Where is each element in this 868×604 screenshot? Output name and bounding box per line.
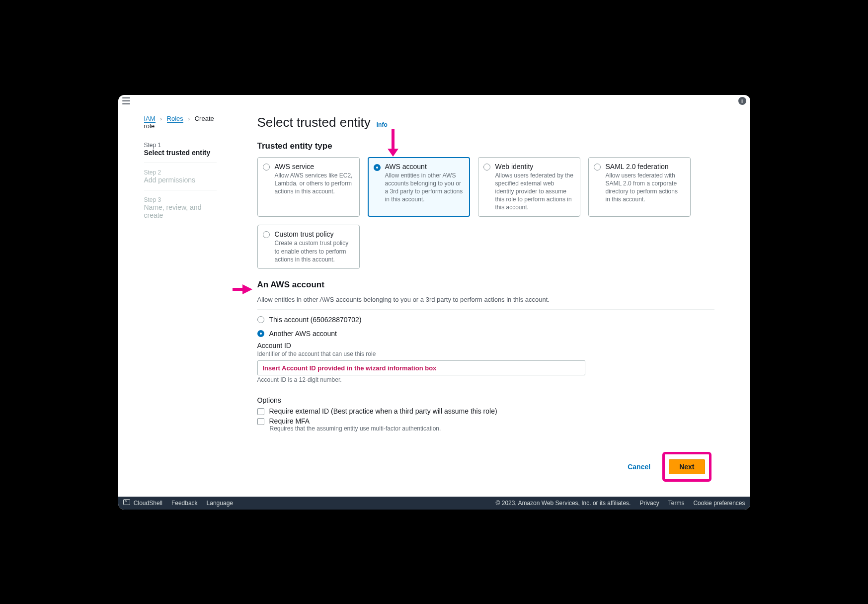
entity-card-web-identity[interactable]: Web identity Allows users federated by t… xyxy=(478,157,580,217)
radio-icon xyxy=(594,164,601,171)
card-title: Custom trust policy xyxy=(275,230,353,238)
radio-label: Another AWS account xyxy=(269,330,337,338)
radio-icon xyxy=(263,164,270,171)
step-title: Name, review, and create xyxy=(144,203,217,219)
step-number: Step 3 xyxy=(144,196,217,203)
cloudshell-label: CloudShell xyxy=(134,500,162,507)
chevron-right-icon: › xyxy=(160,116,162,122)
radio-this-account[interactable]: This account (650628870702) xyxy=(257,316,714,324)
wizard-step-2: Step 2 Add permissions xyxy=(144,169,217,190)
wizard-step-3: Step 3 Name, review, and create xyxy=(144,196,217,225)
checkbox-label: Require MFA xyxy=(269,417,310,425)
card-desc: Create a custom trust policy to enable o… xyxy=(275,239,353,263)
step-number: Step 2 xyxy=(144,169,217,176)
radio-icon xyxy=(263,231,270,238)
language-link[interactable]: Language xyxy=(207,500,233,507)
checkbox-icon xyxy=(257,418,264,425)
trusted-entity-type-heading: Trusted entity type xyxy=(257,141,714,151)
svg-marker-1 xyxy=(388,149,398,157)
feedback-link[interactable]: Feedback xyxy=(171,500,198,507)
cookie-preferences-link[interactable]: Cookie preferences xyxy=(693,500,745,507)
cloudshell-link[interactable]: CloudShell xyxy=(123,499,162,507)
card-title: AWS service xyxy=(275,163,353,171)
page-title: Select trusted entity xyxy=(257,115,371,130)
radio-another-account[interactable]: Another AWS account xyxy=(257,330,714,338)
sidebar: IAM › Roles › Create role Step 1 Select … xyxy=(118,107,233,497)
account-id-note: Account ID is a 12-digit number. xyxy=(257,376,714,383)
step-title: Select trusted entity xyxy=(144,149,217,157)
privacy-link[interactable]: Privacy xyxy=(639,500,659,507)
entity-card-saml[interactable]: SAML 2.0 federation Allow users federate… xyxy=(588,157,691,217)
checkbox-require-external-id[interactable]: Require external ID (Best practice when … xyxy=(257,407,714,415)
card-desc: Allows users federated by the specified … xyxy=(495,172,574,212)
radio-icon xyxy=(483,164,490,171)
next-button[interactable]: Next xyxy=(669,459,705,474)
divider xyxy=(257,309,714,310)
info-link[interactable]: Info xyxy=(377,121,388,128)
card-title: SAML 2.0 federation xyxy=(606,163,684,171)
footer: CloudShell Feedback Language © 2023, Ama… xyxy=(118,497,750,510)
breadcrumb-iam[interactable]: IAM xyxy=(144,115,156,123)
checkbox-require-mfa[interactable]: Require MFA xyxy=(257,417,714,425)
aws-account-desc: Allow entities in other AWS accounts bel… xyxy=(257,296,714,303)
card-title: AWS account xyxy=(385,163,464,171)
card-desc: Allow users federated with SAML 2.0 from… xyxy=(606,172,684,204)
cloudshell-icon xyxy=(123,499,130,505)
card-title: Web identity xyxy=(495,163,574,171)
radio-label: This account (650628870702) xyxy=(269,316,362,324)
card-desc: Allow AWS services like EC2, Lambda, or … xyxy=(275,172,353,196)
annotation-arrow-right-icon xyxy=(233,282,252,297)
cancel-button[interactable]: Cancel xyxy=(623,452,655,482)
card-desc: Allow entities in other AWS accounts bel… xyxy=(385,172,464,204)
menu-icon[interactable] xyxy=(122,97,130,104)
info-icon[interactable]: i xyxy=(738,97,746,105)
breadcrumb-roles[interactable]: Roles xyxy=(167,115,183,123)
breadcrumb: IAM › Roles › Create role xyxy=(144,115,217,130)
account-id-hint: Identifier of the account that can use t… xyxy=(257,350,714,357)
step-title: Add permissions xyxy=(144,176,217,184)
copyright-text: © 2023, Amazon Web Services, Inc. or its… xyxy=(496,500,631,507)
annotation-arrow-down-icon xyxy=(386,129,400,157)
radio-icon xyxy=(374,164,381,171)
account-id-label: Account ID xyxy=(257,342,714,349)
wizard-step-1: Step 1 Select trusted entity xyxy=(144,142,217,163)
entity-card-custom-trust[interactable]: Custom trust policy Create a custom trus… xyxy=(257,225,360,269)
terms-link[interactable]: Terms xyxy=(668,500,685,507)
annotation-highlight-next: Next xyxy=(662,452,711,482)
aws-console-window: i IAM › Roles › Create role Step 1 Selec… xyxy=(118,95,750,510)
options-heading: Options xyxy=(257,396,714,404)
topbar: i xyxy=(118,95,750,107)
main-content: Select trusted entity Info Trusted entit… xyxy=(233,107,750,497)
radio-icon xyxy=(257,316,264,323)
mfa-hint: Requires that the assuming entity use mu… xyxy=(270,425,714,432)
account-id-input[interactable] xyxy=(257,360,585,375)
entity-card-aws-account[interactable]: AWS account Allow entities in other AWS … xyxy=(368,157,470,217)
chevron-right-icon: › xyxy=(188,116,190,122)
aws-account-heading: An AWS account xyxy=(257,280,714,290)
step-number: Step 1 xyxy=(144,142,217,149)
radio-icon xyxy=(257,330,264,337)
entity-card-aws-service[interactable]: AWS service Allow AWS services like EC2,… xyxy=(257,157,360,217)
entity-type-cards: AWS service Allow AWS services like EC2,… xyxy=(257,157,714,269)
checkbox-icon xyxy=(257,408,264,415)
checkbox-label: Require external ID (Best practice when … xyxy=(269,407,497,415)
svg-marker-3 xyxy=(242,284,252,294)
wizard-actions: Cancel Next xyxy=(257,452,711,482)
